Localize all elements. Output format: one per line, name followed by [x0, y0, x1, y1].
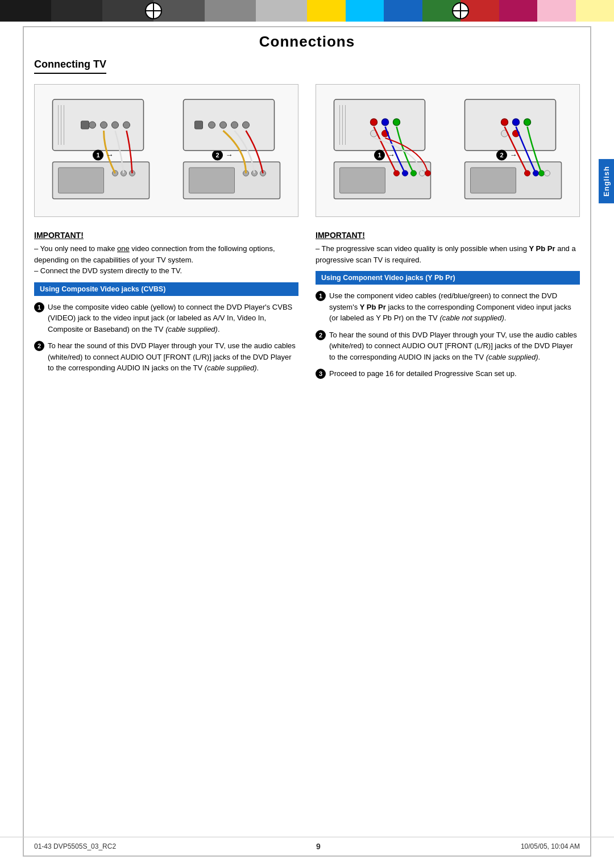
svg-point-35 — [371, 119, 377, 126]
svg-point-21 — [209, 122, 215, 128]
footer-left: 01-43 DVP5505S_03_RC2 — [34, 842, 116, 850]
color-block-yellow — [307, 0, 346, 22]
svg-point-52 — [513, 119, 520, 126]
right-list-item-1: 1 Use the component video cables (red/bl… — [316, 290, 580, 324]
color-block-magenta — [499, 0, 538, 22]
footer: 01-43 DVP5505S_03_RC2 9 10/05/05, 10:04 … — [0, 837, 614, 851]
crosshair-right-icon — [452, 2, 469, 19]
crosshair-left-icon — [145, 2, 162, 19]
svg-text:→: → — [106, 151, 114, 159]
left-important-label: IMPORTANT! — [34, 231, 298, 240]
left-blue-heading: Using Composite Video jacks (CVBS) — [34, 282, 298, 296]
footer-page-number: 9 — [316, 842, 321, 851]
left-content-col: IMPORTANT! – You only need to make one v… — [34, 231, 298, 385]
svg-text:2: 2 — [500, 152, 503, 158]
right-list-num-1: 1 — [316, 291, 326, 301]
right-list-item-3-text: Proceed to page 16 for detailed Progress… — [329, 368, 580, 379]
right-numbered-list: 1 Use the component video cables (red/bl… — [316, 290, 580, 379]
color-block-blue — [384, 0, 422, 22]
right-list-item-2: 2 To hear the sound of this DVD Player t… — [316, 329, 580, 363]
svg-text:1: 1 — [377, 152, 381, 158]
right-content-col: IMPORTANT! – The progressive scan video … — [316, 231, 580, 385]
svg-point-22 — [220, 122, 227, 128]
list-num-2: 2 — [34, 341, 44, 351]
svg-rect-25 — [195, 121, 203, 129]
svg-rect-27 — [189, 168, 235, 193]
list-item-2: 2 To hear the sound of this DVD Player t… — [34, 340, 298, 374]
diagrams-row: 1 → 2 → — [34, 84, 580, 217]
svg-rect-8 — [81, 121, 89, 129]
section-heading: Connecting TV — [34, 59, 106, 74]
content-row: IMPORTANT! – You only need to make one v… — [34, 231, 580, 385]
diagram-composite: 1 → 2 → — [34, 84, 298, 217]
border-bottom — [23, 856, 591, 857]
svg-text:→: → — [388, 151, 395, 159]
right-list-num-2: 2 — [316, 330, 326, 340]
svg-rect-50 — [465, 99, 556, 151]
left-numbered-list: 1 Use the composite video cable (yellow)… — [34, 302, 298, 374]
list-item-2-text: To hear the sound of this DVD Player thr… — [48, 340, 298, 374]
right-list-num-3: 3 — [316, 369, 326, 379]
color-block-light-yellow — [576, 0, 615, 22]
english-language-tab: English — [599, 159, 614, 203]
svg-rect-10 — [59, 168, 104, 193]
svg-rect-57 — [471, 168, 516, 193]
svg-rect-31 — [334, 99, 425, 151]
svg-text:2: 2 — [215, 152, 219, 158]
page-content: Connections Connecting TV — [0, 22, 614, 406]
color-block-pink — [537, 0, 576, 22]
svg-point-24 — [243, 122, 250, 128]
color-block-2 — [51, 0, 102, 22]
list-num-1: 1 — [34, 302, 44, 312]
diagram-component: 1 → 2 — [316, 84, 580, 217]
svg-point-61 — [545, 170, 550, 176]
svg-point-36 — [382, 119, 389, 126]
right-important-text: – The progressive scan video quality is … — [316, 243, 580, 265]
left-important-text-1: – You only need to make one video connec… — [34, 243, 298, 277]
svg-point-4 — [89, 122, 96, 128]
right-list-item-1-text: Use the component video cables (red/blue… — [329, 290, 580, 324]
footer-right: 10/05/05, 10:04 AM — [521, 842, 580, 850]
color-block-1 — [0, 0, 51, 22]
svg-point-51 — [501, 119, 508, 126]
svg-rect-41 — [340, 168, 385, 193]
color-block-5 — [205, 0, 256, 22]
top-color-bar — [0, 0, 614, 22]
diagram-component-svg: 1 → 2 — [325, 94, 570, 207]
right-blue-heading: Using Component Video jacks (Y Pb Pr) — [316, 271, 580, 285]
svg-point-37 — [393, 119, 400, 126]
svg-text:1: 1 — [96, 152, 99, 158]
svg-point-5 — [101, 122, 107, 128]
right-list-item-3: 3 Proceed to page 16 for detailed Progre… — [316, 368, 580, 379]
svg-point-23 — [231, 122, 238, 128]
right-important-label: IMPORTANT! — [316, 231, 580, 240]
svg-text:→: → — [226, 151, 233, 159]
svg-text:→: → — [510, 151, 517, 159]
right-list-item-2-text: To hear the sound of this DVD Player thr… — [329, 329, 580, 363]
color-block-cyan — [346, 0, 384, 22]
svg-point-53 — [524, 119, 531, 126]
color-block-6 — [256, 0, 307, 22]
svg-point-6 — [112, 122, 119, 128]
svg-point-7 — [123, 122, 130, 128]
diagram-composite-svg: 1 → 2 → — [44, 94, 289, 207]
page-title: Connections — [34, 33, 580, 51]
list-item-1: 1 Use the composite video cable (yellow)… — [34, 302, 298, 335]
list-item-1-text: Use the composite video cable (yellow) t… — [48, 302, 298, 335]
